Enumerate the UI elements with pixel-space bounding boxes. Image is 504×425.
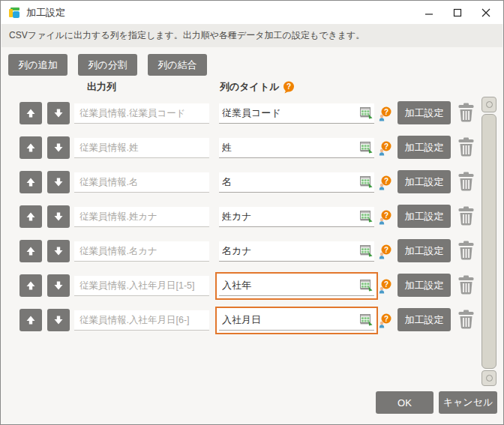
output-column-input[interactable] (74, 310, 209, 331)
add-column-button[interactable]: 列の追加 (8, 54, 68, 76)
delete-row-button[interactable] (456, 206, 476, 227)
column-title-field (219, 172, 374, 193)
column-title-input[interactable] (219, 138, 360, 157)
spreadsheet-icon[interactable] (360, 176, 373, 188)
scroll-down-button[interactable] (482, 370, 496, 386)
column-rows: ? 加工設定 ? 加工設定 ? 加工 (1, 100, 481, 342)
process-settings-button[interactable]: 加工設定 (398, 101, 451, 124)
svg-text:?: ? (384, 177, 388, 185)
arrow-down-icon (53, 211, 64, 222)
delete-row-button[interactable] (456, 275, 476, 296)
help-person-icon[interactable]: ? (378, 141, 392, 156)
arrow-down-icon (53, 280, 64, 291)
output-column-input[interactable] (74, 207, 209, 227)
delete-row-button[interactable] (456, 241, 476, 262)
process-settings-button[interactable]: 加工設定 (398, 239, 451, 262)
process-settings-button[interactable]: 加工設定 (398, 205, 451, 228)
arrow-up-icon (26, 177, 36, 187)
help-person-icon[interactable]: ? (378, 244, 392, 259)
column-title-header: 列のタイトル ? (220, 80, 295, 94)
move-down-button[interactable] (47, 136, 70, 159)
help-person-icon[interactable]: ? (378, 175, 392, 190)
move-up-button[interactable] (20, 309, 42, 331)
output-column-input[interactable] (74, 241, 209, 262)
minimize-button[interactable] (415, 1, 443, 24)
titlebar: 加工設定 (1, 1, 503, 24)
split-column-button[interactable]: 列の分割 (78, 54, 137, 76)
move-down-button[interactable] (47, 171, 70, 193)
svg-text:?: ? (384, 280, 388, 289)
delete-row-button[interactable] (456, 137, 476, 158)
scroll-up-icon (486, 101, 493, 108)
arrow-down-icon (53, 142, 64, 153)
spreadsheet-icon[interactable] (360, 245, 373, 257)
output-column-input[interactable] (74, 103, 209, 124)
move-up-button[interactable] (20, 102, 42, 124)
column-headers: 出力列 列のタイトル ? (1, 80, 503, 95)
process-settings-button[interactable]: 加工設定 (398, 274, 451, 297)
process-settings-button[interactable]: 加工設定 (398, 170, 451, 193)
move-up-button[interactable] (20, 171, 42, 193)
move-down-button[interactable] (47, 205, 70, 228)
help-person-icon[interactable]: ? (378, 313, 392, 328)
ok-button[interactable]: OK (376, 391, 434, 414)
delete-row-button[interactable] (456, 310, 476, 331)
column-title-field (219, 207, 374, 227)
scroll-up-button[interactable] (482, 97, 496, 112)
minimize-icon (424, 8, 434, 17)
column-row: ? 加工設定 (1, 238, 481, 273)
output-column-input[interactable] (74, 276, 209, 296)
scrollbar-thumb[interactable] (482, 114, 496, 369)
trash-icon (458, 275, 475, 295)
column-title-input[interactable] (219, 241, 360, 261)
svg-text:?: ? (384, 246, 388, 254)
merge-column-button[interactable]: 列の結合 (148, 54, 207, 76)
process-settings-button[interactable]: 加工設定 (398, 308, 451, 331)
arrow-down-icon (53, 177, 64, 187)
help-bubble-icon[interactable]: ? (283, 81, 295, 94)
move-down-button[interactable] (47, 102, 70, 124)
move-up-button[interactable] (20, 136, 42, 159)
help-person-icon[interactable]: ? (378, 279, 392, 294)
trash-icon (458, 310, 475, 329)
help-person-icon[interactable]: ? (378, 106, 392, 121)
description-bar: CSVファイルに出力する列を指定します。出力順や各種データ加工の設定もできます。 (2, 24, 502, 47)
spreadsheet-icon[interactable] (360, 280, 373, 292)
move-up-button[interactable] (20, 205, 42, 228)
column-title-input[interactable] (219, 310, 360, 330)
trash-icon (458, 206, 475, 226)
cancel-button[interactable]: キャンセル (439, 391, 497, 414)
move-down-button[interactable] (47, 309, 70, 331)
svg-text:?: ? (384, 142, 388, 151)
output-column-input[interactable] (74, 138, 209, 158)
help-person-icon[interactable]: ? (378, 210, 392, 225)
svg-text:?: ? (286, 82, 290, 91)
column-row: ? 加工設定 (1, 135, 481, 169)
delete-row-button[interactable] (456, 172, 476, 193)
arrow-up-icon (26, 315, 36, 325)
move-down-button[interactable] (47, 274, 70, 297)
spreadsheet-icon[interactable] (360, 107, 373, 119)
arrow-up-icon (26, 246, 36, 256)
process-settings-button[interactable]: 加工設定 (398, 136, 451, 159)
column-title-field-highlighted (219, 276, 374, 296)
spreadsheet-icon[interactable] (360, 142, 373, 154)
delete-row-button[interactable] (456, 103, 476, 124)
move-down-button[interactable] (47, 240, 70, 262)
description-text: CSVファイルに出力する列を指定します。出力順や各種データ加工の設定もできます。 (9, 29, 364, 42)
move-up-button[interactable] (20, 274, 42, 297)
close-button[interactable] (472, 1, 500, 24)
move-up-button[interactable] (20, 240, 42, 262)
column-title-input[interactable] (219, 207, 360, 226)
spreadsheet-icon[interactable] (360, 314, 373, 326)
column-title-field (219, 103, 374, 124)
scroll-down-icon (486, 375, 493, 382)
column-title-input[interactable] (219, 103, 360, 123)
toolbar: 列の追加 列の分割 列の結合 (8, 54, 207, 76)
output-column-input[interactable] (74, 172, 209, 193)
trash-icon (458, 241, 475, 260)
column-title-input[interactable] (219, 276, 360, 295)
column-title-input[interactable] (219, 172, 360, 192)
maximize-button[interactable] (443, 1, 472, 24)
spreadsheet-icon[interactable] (360, 211, 373, 223)
